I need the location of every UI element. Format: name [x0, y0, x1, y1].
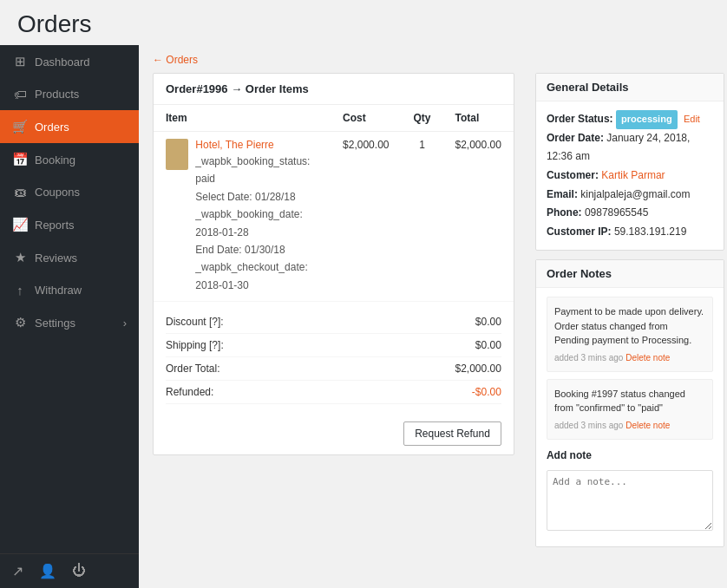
- sidebar-item-label: Coupons: [35, 186, 80, 199]
- col-item: Item: [154, 105, 331, 132]
- item-meta: _wapbk_booking_status: paidSelect Date: …: [195, 153, 318, 294]
- sidebar-item-label: Reports: [35, 219, 75, 232]
- phone-label: Phone:: [547, 206, 582, 219]
- note-item: Booking #1997 status changed from "confi…: [547, 379, 713, 440]
- sidebar-item-orders[interactable]: 🛒 Orders: [0, 110, 139, 143]
- customer-ip-label: Customer IP:: [547, 225, 612, 238]
- order-panel-header: Order#1996 → Order Items: [154, 74, 514, 105]
- note-text: Payment to be made upon delivery. Order …: [554, 304, 705, 348]
- orders-icon: 🛒: [12, 119, 28, 134]
- item-total: $2,000.00: [443, 132, 514, 302]
- notes-list: Payment to be made upon delivery. Order …: [547, 297, 713, 440]
- totals-section: Discount [?]:$0.00Shipping [?]:$0.00Orde…: [154, 302, 514, 413]
- total-value: $0.00: [415, 339, 501, 351]
- general-details-header: General Details: [536, 74, 724, 101]
- order-notes-panel: Order Notes Payment to be made upon deli…: [535, 259, 724, 547]
- delete-note-link[interactable]: Delete note: [625, 353, 670, 363]
- sidebar-item-products[interactable]: 🏷 Products: [0, 78, 139, 110]
- total-label: Discount [?]:: [166, 316, 415, 328]
- sidebar-item-withdraw[interactable]: ↑ Withdraw: [0, 274, 139, 306]
- phone-value: 09878965545: [585, 206, 648, 219]
- main-content: Orders Order#1996 → Order Items Item Cos…: [139, 45, 727, 588]
- customer-link[interactable]: Kartik Parmar: [601, 169, 665, 181]
- order-status-badge: processing: [616, 110, 678, 129]
- order-notes-body: Payment to be made upon delivery. Order …: [536, 288, 724, 546]
- order-table: Item Cost Qty Total Hotel, The Pierre _w…: [154, 105, 514, 302]
- total-value: -$0.00: [415, 386, 501, 398]
- totals-row: Shipping [?]:$0.00: [166, 334, 501, 357]
- sidebar-item-label: Settings: [35, 317, 75, 330]
- email-value: kinjalpaleja@gmail.com: [580, 188, 690, 200]
- dashboard-icon: ⊞: [12, 54, 28, 69]
- page-title: Orders: [0, 0, 727, 45]
- col-cost: Cost: [331, 105, 401, 132]
- total-label: Order Total:: [166, 363, 415, 375]
- reviews-icon: ★: [12, 250, 28, 265]
- general-details-panel: General Details Order Status: processing…: [535, 73, 724, 251]
- edit-status-link[interactable]: Edit: [684, 114, 700, 124]
- power-icon[interactable]: ⏻: [72, 563, 86, 579]
- sidebar-item-reviews[interactable]: ★ Reviews: [0, 241, 139, 274]
- order-notes-header: Order Notes: [536, 260, 724, 288]
- external-link-icon[interactable]: ↗: [12, 563, 23, 579]
- sidebar-item-label: Withdraw: [35, 284, 82, 297]
- note-timestamp: added 3 mins ago: [554, 421, 625, 430]
- note-text: Booking #1997 status changed from "confi…: [554, 387, 705, 415]
- sidebar-item-label: Reviews: [35, 252, 77, 265]
- withdraw-icon: ↑: [12, 283, 28, 297]
- refund-btn-row: Request Refund: [154, 413, 514, 454]
- item-cell: Hotel, The Pierre _wapbk_booking_status:…: [154, 132, 331, 302]
- sidebar-item-reports[interactable]: 📈 Reports: [0, 208, 139, 241]
- customer-ip-value: 59.183.191.219: [614, 225, 686, 238]
- customer-label: Customer:: [547, 169, 599, 181]
- sidebar-item-label: Products: [35, 88, 79, 101]
- sidebar-item-dashboard[interactable]: ⊞ Dashboard: [0, 45, 139, 78]
- reports-icon: 📈: [12, 217, 28, 232]
- general-details-body: Order Status: processing Edit Order Date…: [536, 101, 724, 250]
- totals-row: Refunded:-$0.00: [166, 381, 501, 404]
- total-label: Refunded:: [166, 386, 415, 398]
- note-timestamp: added 3 mins ago: [554, 353, 625, 363]
- note-meta: added 3 mins ago Delete note: [554, 351, 705, 364]
- totals-row: Discount [?]:$0.00: [166, 310, 501, 334]
- add-note-label: Add note: [547, 447, 713, 466]
- item-cost: $2,000.00: [331, 132, 401, 302]
- sidebar-item-booking[interactable]: 📅 Booking: [0, 143, 139, 176]
- order-status-label: Order Status:: [547, 113, 613, 125]
- sidebar-bottom: ↗ 👤 ⏻: [0, 553, 139, 588]
- sidebar-item-label: Dashboard: [35, 56, 90, 69]
- sidebar-item-settings[interactable]: ⚙ Settings ›: [0, 306, 139, 339]
- settings-icon: ⚙: [12, 315, 28, 330]
- sidebar-item-label: Orders: [35, 121, 69, 134]
- user-icon[interactable]: 👤: [39, 563, 56, 579]
- order-date-label: Order Date:: [547, 132, 604, 144]
- email-label: Email:: [547, 188, 578, 200]
- item-thumbnail: [166, 139, 188, 170]
- totals-row: Order Total:$2,000.00: [166, 357, 501, 381]
- table-row: Hotel, The Pierre _wapbk_booking_status:…: [154, 132, 514, 302]
- total-value: $0.00: [415, 316, 501, 328]
- note-textarea[interactable]: [547, 470, 713, 531]
- note-item: Payment to be made upon delivery. Order …: [547, 297, 713, 372]
- right-panels: General Details Order Status: processing…: [525, 73, 724, 547]
- col-qty: Qty: [401, 105, 442, 132]
- sidebar-item-coupons[interactable]: 🎟 Coupons: [0, 176, 139, 208]
- note-meta: added 3 mins ago Delete note: [554, 419, 705, 432]
- sidebar-item-label: Booking: [35, 154, 75, 167]
- item-name[interactable]: Hotel, The Pierre: [195, 139, 318, 151]
- item-qty: 1: [401, 132, 442, 302]
- booking-icon: 📅: [12, 152, 28, 167]
- delete-note-link[interactable]: Delete note: [625, 421, 670, 430]
- total-value: $2,000.00: [415, 363, 501, 375]
- order-panel: Order#1996 → Order Items Item Cost Qty T…: [153, 73, 514, 455]
- breadcrumb[interactable]: Orders: [153, 54, 713, 66]
- chevron-right-icon: ›: [123, 317, 127, 330]
- request-refund-button[interactable]: Request Refund: [403, 421, 501, 446]
- sidebar: ⊞ Dashboard 🏷 Products 🛒 Orders 📅 Bookin…: [0, 45, 139, 588]
- total-label: Shipping [?]:: [166, 339, 415, 351]
- products-icon: 🏷: [12, 87, 28, 101]
- coupons-icon: 🎟: [12, 185, 28, 199]
- col-total: Total: [443, 105, 514, 132]
